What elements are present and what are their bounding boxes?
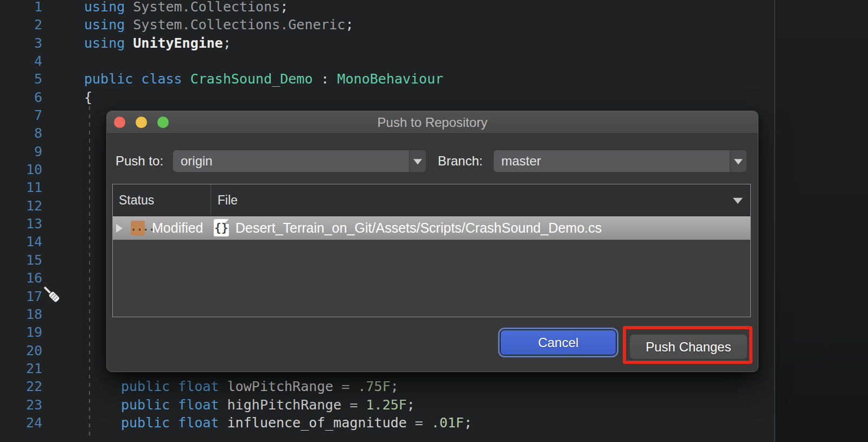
remote-dropdown-arrow-box[interactable]	[409, 150, 426, 172]
push-to-label: Push to:	[116, 150, 163, 172]
push-changes-button[interactable]: Push Changes	[630, 335, 747, 359]
code-line-22: public float lowPitchRange = .75F;	[0, 377, 399, 395]
row-file-path: Desert_Terrain_on_Git/Assets/Scripts/Cra…	[235, 216, 602, 240]
branch-dropdown[interactable]: master	[494, 150, 746, 172]
chevron-down-icon	[413, 159, 422, 164]
table-row[interactable]: .... Modified {} Desert_Terrain_on_Git/A…	[113, 216, 750, 240]
column-header-status: Status	[119, 184, 154, 216]
changed-files-table: Status File .... Modified {} Desert_Terr…	[112, 184, 751, 317]
code-line-23: public float highPitchRange = 1.25F;	[0, 396, 415, 414]
code-line-2: using System.Collections.Generic;	[0, 16, 354, 34]
push-to-repository-dialog: Push to Repository Push to: origin Branc…	[106, 111, 758, 372]
filter-dropdown-icon[interactable]	[733, 197, 743, 203]
dialog-titlebar: Push to Repository	[107, 111, 758, 134]
script-file-icon: {}	[214, 219, 229, 236]
table-header: Status File	[113, 184, 750, 216]
branch-label: Branch:	[438, 150, 483, 172]
column-header-file: File	[218, 184, 238, 216]
remote-dropdown[interactable]: origin	[173, 150, 426, 172]
code-line-3: using UnityEngine;	[0, 34, 231, 52]
branch-dropdown-arrow-box[interactable]	[730, 150, 746, 172]
code-line-5: public class CrashSound_Demo : MonoBehav…	[0, 70, 443, 88]
branch-dropdown-value: master	[501, 150, 541, 172]
editor-right-pane	[775, 0, 868, 442]
chevron-down-icon	[734, 159, 743, 164]
modified-status-icon: ....	[131, 221, 145, 235]
disclosure-triangle-icon[interactable]	[116, 224, 123, 233]
remote-dropdown-value: origin	[181, 150, 213, 172]
code-line-6: {	[0, 88, 92, 106]
cancel-button[interactable]: Cancel	[501, 330, 616, 355]
column-divider	[210, 184, 211, 215]
row-status-text: Modified	[152, 216, 203, 240]
code-line-1: using System.Collections;	[0, 0, 288, 16]
code-line-24: public float influence_of_magnitude = .0…	[0, 414, 472, 432]
screwdriver-cursor-icon	[40, 283, 63, 306]
dialog-title: Push to Repository	[107, 111, 758, 134]
